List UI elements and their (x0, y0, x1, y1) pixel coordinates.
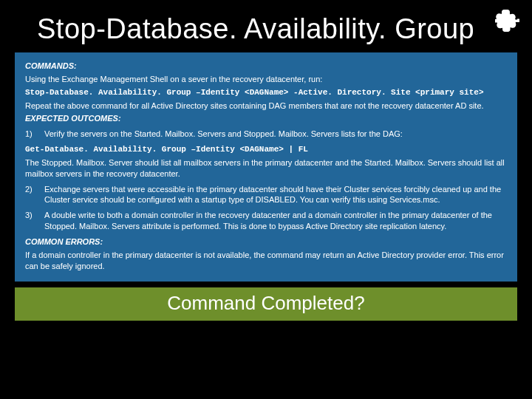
page-title: Stop-Database. Availability. Group (0, 0, 532, 52)
outcome-num-1: 1) (25, 129, 44, 140)
outcome-body-2: Exchange servers that were accessible in… (44, 184, 507, 206)
content-panel: COMMANDS: Using the Exchange Management … (15, 52, 517, 282)
outcome-row: 1) Verify the servers on the Started. Ma… (25, 129, 507, 140)
command-stop: Stop-Database. Availability. Group –Iden… (25, 87, 507, 98)
commands-repeat: Repeat the above command for all Active … (25, 100, 507, 112)
outcome-row: 2) Exchange servers that were accessible… (25, 184, 507, 206)
outcome-row: 3) A double write to both a domain contr… (25, 210, 507, 232)
outcome-1-after: The Stopped. Mailbox. Server should list… (25, 157, 507, 180)
outcome-body-3: A double write to both a domain controll… (44, 210, 507, 232)
command-get: Get-Database. Availability. Group –Ident… (25, 144, 507, 155)
outcomes-head: EXPECTED OUTCOMES: (25, 113, 507, 124)
errors-body: If a domain controller in the primary da… (25, 250, 507, 272)
commands-head: COMMANDS: (25, 61, 507, 72)
outcome-num-2: 2) (25, 184, 44, 206)
puzzle-piece-icon (495, 7, 522, 34)
outcome-num-3: 3) (25, 210, 44, 232)
outcome-body-1: Verify the servers on the Started. Mailb… (44, 129, 507, 140)
errors-head: COMMON ERRORS: (25, 236, 507, 248)
commands-intro: Using the Exchange Management Shell on a… (25, 74, 507, 85)
command-completed-button[interactable]: Command Completed? (15, 287, 517, 321)
